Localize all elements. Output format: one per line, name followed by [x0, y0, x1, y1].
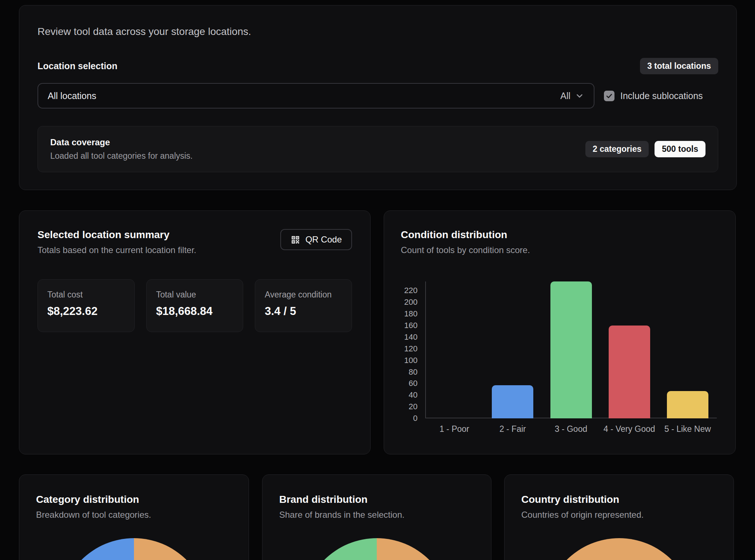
- location-selection-label: Location selection: [37, 61, 117, 71]
- brand-chart-subtitle: Share of brands in the selection.: [279, 510, 474, 520]
- stat-average-condition: Average condition 3.4 / 5: [255, 279, 352, 332]
- y-axis-tick-label: 180: [384, 310, 418, 318]
- bar-2-fair: [492, 385, 533, 418]
- stat-value: $18,668.84: [156, 305, 234, 318]
- chevron-down-icon: [575, 91, 584, 100]
- stat-value: $8,223.62: [47, 305, 125, 318]
- total-locations-badge: 3 total locations: [640, 58, 718, 74]
- x-axis-tick-label: 5 - Like New: [648, 424, 728, 434]
- stat-total-value: Total value $18,668.84: [146, 279, 244, 332]
- location-select[interactable]: All locations All: [37, 83, 594, 109]
- y-axis-tick-label: 220: [384, 287, 418, 295]
- bar-4-very-good: [609, 326, 650, 418]
- y-axis-tick-label: 200: [384, 298, 418, 306]
- y-axis-tick-label: 60: [384, 379, 418, 387]
- include-sublocations-checkbox[interactable]: [604, 91, 614, 101]
- summary-stats: Total cost $8,223.62 Total value $18,668…: [37, 279, 352, 332]
- category-distribution-card: Category distribution Breakdown of tool …: [19, 474, 249, 560]
- location-select-mode-label: All: [560, 91, 570, 101]
- include-sublocations-label: Include sublocations: [620, 91, 703, 101]
- location-select-value: All locations: [48, 91, 96, 101]
- y-axis-tick-label: 40: [384, 391, 418, 399]
- dashboard: Review tool data across your storage loc…: [0, 0, 755, 560]
- category-chart-subtitle: Breakdown of tool categories.: [36, 510, 232, 520]
- brand-pie-chart: [303, 538, 451, 560]
- category-chart-title: Category distribution: [36, 494, 232, 505]
- location-select-row: All locations All Include sublocations: [37, 83, 718, 109]
- stat-total-cost: Total cost $8,223.62: [37, 279, 135, 332]
- y-axis-tick-label: 80: [384, 368, 418, 376]
- y-axis-tick-label: 160: [384, 322, 418, 330]
- category-pie-chart: [60, 538, 208, 560]
- y-axis-tick-label: 20: [384, 403, 418, 411]
- qr-code-button[interactable]: QR Code: [280, 229, 352, 250]
- location-select-mode[interactable]: All: [560, 91, 584, 101]
- selected-location-summary-card: Selected location summary Totals based o…: [19, 210, 371, 454]
- stat-value: 3.4 / 5: [265, 305, 342, 318]
- stat-label: Total cost: [47, 290, 125, 300]
- qr-code-button-label: QR Code: [305, 234, 342, 245]
- location-panel: Review tool data across your storage loc…: [19, 5, 737, 190]
- country-chart-subtitle: Countries of origin represented.: [521, 510, 717, 520]
- country-distribution-card: Country distribution Countries of origin…: [504, 474, 734, 560]
- location-selection-header: Location selection 3 total locations: [37, 58, 718, 74]
- stat-label: Average condition: [265, 290, 342, 300]
- brand-distribution-card: Brand distribution Share of brands in th…: [262, 474, 491, 560]
- include-sublocations[interactable]: Include sublocations: [604, 91, 703, 101]
- stat-label: Total value: [156, 290, 234, 300]
- brand-chart-title: Brand distribution: [279, 494, 474, 505]
- y-axis-tick-label: 100: [384, 356, 418, 364]
- country-chart-title: Country distribution: [521, 494, 717, 505]
- checkmark-icon: [606, 92, 613, 99]
- bar-5-like-new: [667, 391, 708, 418]
- data-coverage-title: Data coverage: [50, 137, 193, 147]
- data-coverage-panel: Data coverage Loaded all tool categories…: [37, 126, 718, 172]
- condition-bar-chart: 0204060801001201401601802002201 - Poor2 …: [384, 211, 735, 454]
- condition-distribution-card: Condition distribution Count of tools by…: [384, 210, 736, 454]
- qr-code-icon: [290, 235, 300, 245]
- y-axis-tick-label: 0: [384, 414, 418, 422]
- data-coverage-badges: 2 categories 500 tools: [585, 141, 705, 157]
- data-coverage-description: Loaded all tool categories for analysis.: [50, 151, 193, 161]
- page-intro: Review tool data across your storage loc…: [37, 26, 718, 38]
- y-axis-tick-label: 120: [384, 345, 418, 353]
- bar-3-good: [550, 281, 592, 418]
- data-coverage-text: Data coverage Loaded all tool categories…: [50, 137, 193, 161]
- country-pie-chart: [545, 538, 693, 560]
- categories-count-badge: 2 categories: [585, 141, 649, 157]
- tools-count-badge: 500 tools: [655, 141, 705, 157]
- y-axis-tick-label: 140: [384, 333, 418, 341]
